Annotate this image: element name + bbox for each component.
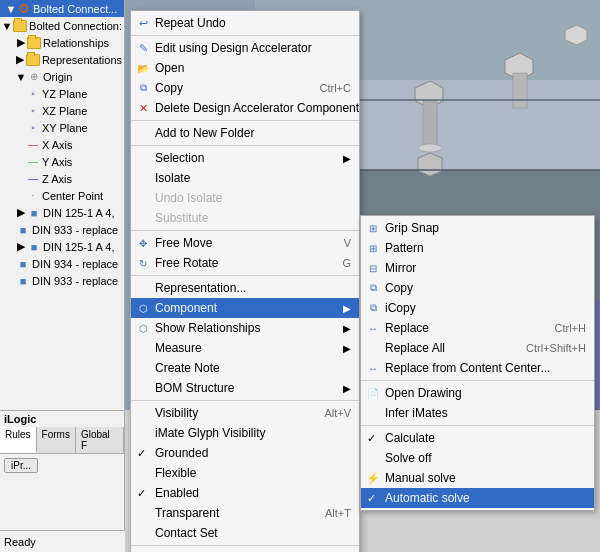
check-icon: ✓ [367,492,376,505]
menu-item-isolate[interactable]: Isolate [131,168,359,188]
menu-item-repeat-undo[interactable]: ↩ Repeat Undo [131,13,359,33]
menu-item-free-move[interactable]: ✥ Free Move V [131,233,359,253]
tree-item-xz[interactable]: ▪ XZ Plane [0,102,124,119]
tree-item-xy[interactable]: ▪ XY Plane [0,119,124,136]
svg-rect-13 [423,101,437,151]
menu-item-flexible[interactable]: Flexible [131,463,359,483]
tree-arrow[interactable]: ▼ [2,21,12,31]
menu-label: Component [155,301,217,315]
tree-item-representations[interactable]: ▶ Representations [0,51,124,68]
menu-item-suppress[interactable]: Suppress [131,548,359,552]
menu-label: Repeat Undo [155,16,226,30]
menu-label: Open [155,61,184,75]
tree-label: DIN 933 - replace [32,224,118,236]
submenu-grip-snap[interactable]: ⊞ Grip Snap [361,218,594,238]
submenu-infer-imates[interactable]: Infer iMates [361,403,594,423]
submenu-open-drawing[interactable]: 📄 Open Drawing [361,383,594,403]
tree-item-yz[interactable]: ▪ YZ Plane [0,85,124,102]
menu-item-create-note[interactable]: Create Note [131,358,359,378]
tree-label: DIN 125-1 A 4, [43,241,115,253]
menu-item-transparent[interactable]: Transparent Alt+T [131,503,359,523]
check-icon: ✓ [137,447,146,460]
tree-item-din933-1[interactable]: ■ DIN 933 - replace [0,221,124,238]
submenu-manual-solve[interactable]: ⚡ Manual solve [361,468,594,488]
menu-label: Substitute [155,211,208,225]
submenu-replace-all[interactable]: Replace All Ctrl+Shift+H [361,338,594,358]
submenu-replace-cc[interactable]: ↔ Replace from Content Center... [361,358,594,378]
menu-label: Replace [385,321,429,335]
menu-item-undo-isolate[interactable]: Undo Isolate [131,188,359,208]
submenu-mirror[interactable]: ⊟ Mirror [361,258,594,278]
menu-item-edit-da[interactable]: ✎ Edit using Design Accelerator [131,38,359,58]
tree-item-yaxis[interactable]: — Y Axis [0,153,124,170]
menu-item-open[interactable]: 📂 Open [131,58,359,78]
menu-label: Solve off [385,451,431,465]
ipro-button[interactable]: iPr... [4,458,38,473]
tab-forms[interactable]: Forms [37,427,76,453]
replace-icon: ↔ [365,320,381,336]
tree-item-relationships[interactable]: ▶ Relationships [0,34,124,51]
submenu-automatic-solve[interactable]: ✓ Automatic solve [361,488,594,508]
tree-item-din933-2[interactable]: ■ DIN 933 - replace [0,272,124,289]
menu-item-visibility[interactable]: Visibility Alt+V [131,403,359,423]
tree-item-zaxis[interactable]: — Z Axis [0,170,124,187]
submenu-solve-off[interactable]: Solve off [361,448,594,468]
menu-item-measure[interactable]: Measure ▶ [131,338,359,358]
mirror-icon: ⊟ [365,260,381,276]
menu-separator [131,230,359,231]
menu-item-substitute[interactable]: Substitute [131,208,359,228]
part-icon: ■ [16,257,30,271]
tree-arrow[interactable]: ▶ [16,242,26,252]
part-icon: ■ [27,206,41,220]
menu-label: Show Relationships [155,321,260,335]
tree-item-xaxis[interactable]: — X Axis [0,136,124,153]
submenu-replace[interactable]: ↔ Replace Ctrl+H [361,318,594,338]
menu-label: Copy [155,81,183,95]
menu-label: Isolate [155,171,190,185]
menu-item-enabled[interactable]: ✓ Enabled [131,483,359,503]
menu-separator [131,120,359,121]
menu-shortcut: V [344,237,351,249]
menu-label: Pattern [385,241,424,255]
tree-item-bolted[interactable]: ▼ ⚙ Bolted Connect... [0,0,124,17]
menu-item-copy[interactable]: ⧉ Copy Ctrl+C [131,78,359,98]
replace-cc-icon: ↔ [365,360,381,376]
menu-item-representation[interactable]: Representation... [131,278,359,298]
menu-item-delete-da[interactable]: ✕ Delete Design Accelerator Component [131,98,359,118]
tree-label: Origin [43,71,72,83]
tree-arrow[interactable]: ▼ [16,72,26,82]
menu-item-show-rel[interactable]: ⬡ Show Relationships ▶ [131,318,359,338]
tree-label: Bolted Connection: [29,20,122,32]
tree-label: DIN 933 - replace [32,275,118,287]
menu-item-bom[interactable]: BOM Structure ▶ [131,378,359,398]
menu-item-component[interactable]: ⬡ Component ▶ [131,298,359,318]
tree-item-centerpoint[interactable]: · Center Point [0,187,124,204]
menu-item-contact-set[interactable]: Contact Set [131,523,359,543]
tree-arrow[interactable]: ▶ [15,55,25,65]
submenu-calculate[interactable]: ✓ Calculate [361,428,594,448]
submenu-copy[interactable]: ⧉ Copy [361,278,594,298]
menu-item-imate-glyph[interactable]: iMate Glyph Visibility [131,423,359,443]
menu-item-selection[interactable]: Selection ▶ [131,148,359,168]
tab-rules[interactable]: Rules [0,427,37,453]
menu-separator [131,400,359,401]
menu-label: Automatic solve [385,491,470,505]
tree-label: Relationships [43,37,109,49]
tree-item-bolted-conn[interactable]: ▼ Bolted Connection: [0,17,124,34]
tree-item-origin[interactable]: ▼ ⊕ Origin [0,68,124,85]
submenu-pattern[interactable]: ⊞ Pattern [361,238,594,258]
menu-item-grounded[interactable]: ✓ Grounded [131,443,359,463]
tree-arrow[interactable]: ▶ [16,38,26,48]
folder-icon [27,36,41,50]
menu-item-add-folder[interactable]: Add to New Folder [131,123,359,143]
menu-label: Open Drawing [385,386,462,400]
tree-item-din934[interactable]: ■ DIN 934 - replace [0,255,124,272]
menu-item-free-rotate[interactable]: ↻ Free Rotate G [131,253,359,273]
tab-global[interactable]: Global F [76,427,124,453]
tree-item-din125-2[interactable]: ▶ ■ DIN 125-1 A 4, [0,238,124,255]
menu-label: Manual solve [385,471,456,485]
tree-arrow[interactable]: ▶ [16,208,26,218]
tree-arrow[interactable]: ▼ [6,4,16,14]
tree-item-din125-1[interactable]: ▶ ■ DIN 125-1 A 4, [0,204,124,221]
submenu-icopy[interactable]: ⧉ iCopy [361,298,594,318]
